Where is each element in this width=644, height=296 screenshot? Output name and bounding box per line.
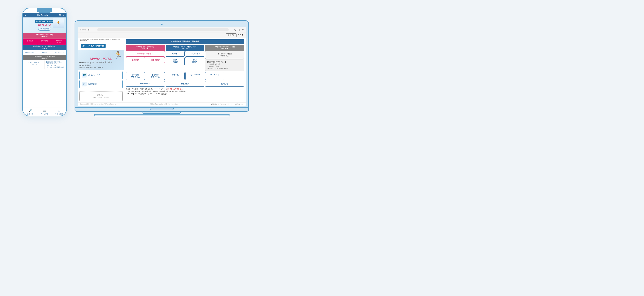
- font-size-medium[interactable]: A: [240, 34, 241, 37]
- btn-my-list[interactable]: マイ リスト: [205, 72, 224, 80]
- browser-add-tab-icon[interactable]: +: [242, 28, 244, 32]
- btn-speakers[interactable]: 演者一覧: [166, 72, 184, 80]
- phone-cell-web-program[interactable]: Web学会プログラム: [52, 39, 66, 45]
- phone-mylist-icon: 📖: [43, 109, 46, 112]
- browser-bar: ⊞ ⌄ ⊙ ⬆ +: [78, 27, 246, 33]
- conf-col-ondemand-body: オンデマンド配信プログラム 【配信対応外のプログラム】 ・HIT/KITセッショ…: [205, 51, 244, 71]
- laptop-foot: [94, 114, 230, 116]
- laptop-stand: [142, 112, 181, 114]
- laptop-base: [74, 108, 249, 112]
- btn-various-info[interactable]: 各種ご案内: [166, 81, 204, 87]
- phone-top-icons: ✉ ⌕: [59, 14, 64, 16]
- font-size-small[interactable]: A: [238, 34, 239, 37]
- phone-ondemand-grid: オンデマンド配信プログラム 【配信対応外のプログラム】・HIT／KITセッション…: [23, 61, 66, 69]
- phone-speaker-icon: 🎤: [28, 109, 32, 112]
- btn-all-programs[interactable]: すべてのプログラム: [126, 72, 145, 80]
- phone-nav-mylist[interactable]: 📖 マイリスト: [38, 109, 52, 115]
- site-hero: We're JSRA ～カスタマイズして参加、繋いで前進～ 🏃 2/10-3/3…: [78, 50, 124, 70]
- phone-cell-floor[interactable]: フロアマップ: [52, 51, 66, 55]
- login-button[interactable]: ログイン: [226, 33, 236, 37]
- conf-col-web-bottom: 会長挨拶 理事長挨拶: [126, 57, 165, 63]
- site-small-title: The 53rd Annual Meeting of the Japanese …: [78, 38, 124, 42]
- conf-venue-top-btns: アクセス フロアマップ: [166, 51, 204, 57]
- conf-btn-schedule-218[interactable]: 2/18日程表: [185, 57, 204, 65]
- phone-cell-ondemand-program[interactable]: オンデマンド配信プログラム: [23, 61, 44, 69]
- phone-web-section-header: Web学会(オンデマンド)2/10～3/31: [23, 33, 66, 39]
- phone-my-events-label: My Events: [38, 14, 48, 16]
- phone-cell-kaichou[interactable]: 会長挨拶: [23, 39, 37, 45]
- phone-hero-title: We're JSRA: [38, 24, 51, 26]
- conf-col-web-body: Web学会プログラム 会長挨拶 理事長挨拶: [126, 51, 165, 63]
- conf-grid-header: 第53回日本人工関節学会 開催構成: [126, 39, 244, 44]
- btn-my-abstracts[interactable]: My Abstracts: [185, 72, 204, 80]
- conf-columns: Web学会（オンデマンド）2/10-3/31 Web学会プログラム 会長挨拶 理…: [126, 45, 244, 71]
- browser-tab-chevron: ⌄: [90, 29, 92, 31]
- conf-col-venue: 現地学会（パシフィコ横浜ノース）2/17-18 アクセス フロアマップ 2/17…: [166, 45, 204, 71]
- footer-links: ●利用規約 ｜ プライバシーポリシー ｜ お問い合わせ: [211, 103, 243, 105]
- browser-account-icon[interactable]: ⊙: [234, 28, 236, 31]
- site-nav-watch-history[interactable]: ⏱ 視聴実績: [80, 80, 122, 88]
- phone-ondemand-section-header: 現地発表分オンデマンド配信2/20～3/31: [23, 55, 66, 61]
- site-left-panel: The 53rd Annual Meeting of the Japanese …: [78, 38, 124, 102]
- conf-btn-rijichou[interactable]: 理事長挨拶: [146, 57, 165, 63]
- browser-share-icon[interactable]: ⬆: [238, 28, 240, 31]
- phone-bottom-nav: 🎤 演者一覧 📖 マイリスト ℹ 各種ご案内: [23, 108, 66, 116]
- btn-my-schedule[interactable]: My Schedule: [126, 81, 165, 87]
- conf-ondemand-note: 【配信対応外のプログラム】 ・HIT/KITセッション ・小グループ企画 ・各セ…: [205, 60, 244, 71]
- laptop-camera: [161, 24, 162, 25]
- phone-content: 第53回日本人工関節学会 We're JSRA ⏱ 視聴実績 🏃 Web学会(オ…: [23, 18, 66, 108]
- conf-col-venue-header: 現地学会（パシフィコ横浜ノース）2/17-18: [166, 45, 204, 51]
- site-right-panel: 第53回日本人工関節学会 開催構成 Web学会（オンデマンド）2/10-3/31…: [124, 38, 246, 102]
- bottom-nav-row1: すべてのプログラム 単位取得プログラム 演者一覧 My Abstracts マイ…: [126, 72, 244, 80]
- phone-nav-speakers[interactable]: 🎤 演者一覧: [23, 109, 38, 115]
- phone-search-icon[interactable]: ⌕: [62, 14, 64, 16]
- conf-btn-access[interactable]: アクセス: [166, 51, 185, 57]
- phone-watch-btn[interactable]: ⏱ 視聴実績: [38, 27, 51, 31]
- phone-venue-grid: 開催中セッション 日程表 フロアマップ: [23, 51, 66, 55]
- conf-col-web: Web学会（オンデマンド）2/10-3/31 Web学会プログラム 会長挨拶 理…: [126, 45, 165, 71]
- phone-web-grid: 会長挨拶 理事長挨拶 Web学会プログラム: [23, 39, 66, 45]
- phone-mail-icon[interactable]: ✉: [59, 14, 61, 16]
- browser-dot-max: [84, 29, 86, 31]
- bottom-nav-row2: My Schedule 各種ご案内 お知らせ: [126, 81, 244, 87]
- conf-btn-floor-map[interactable]: フロアマップ: [185, 51, 204, 57]
- site-nav-participation[interactable]: 🪪 参加のしかた: [80, 71, 122, 79]
- browser-dot-min: [82, 29, 84, 31]
- site-login-bar: ログイン A A A: [78, 33, 246, 38]
- conf-btn-web-program[interactable]: Web学会プログラム: [126, 51, 165, 57]
- conf-btn-schedule-217[interactable]: 2/17日程表: [166, 57, 185, 65]
- phone-hero: 第53回日本人工関節学会 We're JSRA ⏱ 視聴実績 🏃: [23, 18, 66, 33]
- browser-url-bar[interactable]: [97, 28, 229, 32]
- site-hero-figure: 🏃: [114, 51, 122, 59]
- site-event-badge-wrap: 第53回日本人工関節学会: [78, 42, 124, 50]
- phone-notch: [37, 8, 52, 13]
- site-footer: Copyright 2023 MiCE One Corporation. All…: [78, 102, 246, 106]
- site-hero-title: We're JSRA: [89, 57, 113, 61]
- footer-powered-by: MiCEnav® powered by MiCE One Corporation…: [150, 103, 178, 105]
- phone-info-icon: ℹ: [57, 109, 61, 112]
- browser-tab-controls: ⊞ ⌄: [88, 28, 92, 31]
- conf-col-ondemand-header: 現地発表分オンデマンド配信2/20-3/31: [205, 45, 244, 51]
- phone-cell-schedule[interactable]: 日程表: [38, 51, 52, 55]
- phone-nav-info[interactable]: ℹ 各種ご案内: [52, 109, 66, 115]
- watch-clock-icon: ⏱: [40, 28, 42, 30]
- btn-notice[interactable]: お知らせ: [205, 81, 244, 87]
- conf-btn-kaichou[interactable]: 会長挨拶: [126, 57, 145, 63]
- browser-traffic-lights: [80, 29, 86, 31]
- phone-top-bar: ‹ My Events ✉ ⌕: [23, 13, 66, 18]
- site-body: The 53rd Annual Meeting of the Japanese …: [78, 38, 246, 102]
- site-nav-buttons: 🪪 参加のしかた ⏱ 視聴実績: [78, 70, 124, 90]
- font-size-controls: A A A: [238, 34, 243, 37]
- notice-link: ご利用いただけません。: [167, 88, 184, 90]
- phone-device: ‹ My Events ✉ ⌕ 第53回日本人工関節学会 We're JSRA …: [22, 8, 67, 116]
- watch-history-icon: ⏱: [82, 82, 86, 87]
- phone-cell-rijichou[interactable]: 理事長挨拶: [38, 39, 52, 45]
- conf-btn-ondemand-program[interactable]: オンデマンド配信プログラム: [205, 51, 244, 59]
- browser-dot-close: [80, 29, 81, 31]
- phone-venue-section-header: 現地学会(パシフィコ横浜ノース)2/17-18: [23, 45, 66, 50]
- phone-cell-session[interactable]: 開催中セッション: [23, 51, 37, 55]
- font-size-large[interactable]: A: [242, 34, 243, 37]
- footer-copyright: Copyright 2023 MiCE One Corporation. All…: [80, 103, 116, 105]
- phone-body: ‹ My Events ✉ ⌕ 第53回日本人工関節学会 We're JSRA …: [22, 8, 67, 116]
- btn-credit-programs[interactable]: 単位取得プログラム: [146, 72, 165, 80]
